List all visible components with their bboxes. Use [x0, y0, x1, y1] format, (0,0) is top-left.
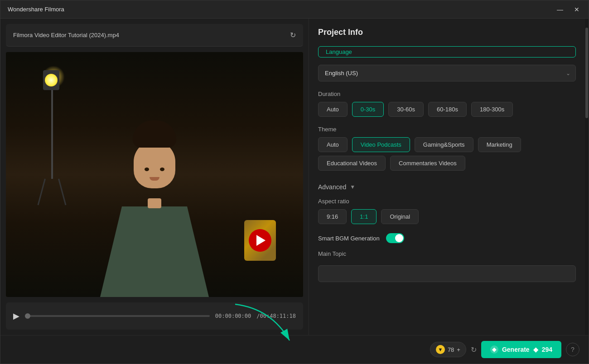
- main-content: Filmora Video Editor Tutorial (2024).mp4…: [0, 19, 589, 335]
- scrollbar-track[interactable]: [585, 19, 589, 335]
- duration-60-180s-button[interactable]: 60-180s: [428, 102, 467, 117]
- duration-btn-group: Auto 0-30s 30-60s 60-180s 180-300s: [318, 102, 576, 117]
- file-name: Filmora Video Editor Tutorial (2024).mp4: [13, 32, 290, 38]
- title-bar: Wondershare Filmora — ✕: [0, 0, 589, 19]
- generate-icon: ◆: [490, 345, 498, 354]
- help-icon: ?: [571, 346, 575, 353]
- smart-bgm-toggle[interactable]: [386, 233, 404, 243]
- theme-video-podcasts-button[interactable]: Video Podcasts: [352, 137, 410, 152]
- file-bar: Filmora Video Editor Tutorial (2024).mp4…: [6, 24, 303, 47]
- generate-label: Generate: [502, 346, 530, 353]
- duration-label: Duration: [318, 91, 576, 97]
- theme-btn-group-row2: Educational Videos Commentaries Videos: [318, 156, 576, 171]
- scrollbar-thumb[interactable]: [585, 28, 588, 118]
- theme-label: Theme: [318, 126, 576, 133]
- main-topic-section: Main Topic: [318, 250, 576, 282]
- duration-section: Duration Auto 0-30s 30-60s 60-180s 180-3…: [318, 91, 576, 117]
- duration-auto-button[interactable]: Auto: [318, 102, 348, 117]
- right-panel: Project Info Language English (US) Spani…: [309, 19, 585, 335]
- progress-bar[interactable]: [25, 315, 210, 317]
- generate-credits: 294: [542, 346, 552, 353]
- theme-auto-button[interactable]: Auto: [318, 137, 348, 152]
- credits-badge[interactable]: ▼ 78 +: [430, 342, 466, 357]
- language-select[interactable]: English (US) Spanish French German Chine…: [318, 65, 576, 81]
- aspect-ratio-label: Aspect ratio: [318, 198, 576, 205]
- main-topic-label: Main Topic: [318, 250, 576, 257]
- video-area: [6, 52, 303, 297]
- credits-icon: ▼: [436, 345, 445, 354]
- theme-marketing-button[interactable]: Marketing: [478, 137, 521, 152]
- smart-bgm-row: Smart BGM Generation: [318, 233, 576, 243]
- generate-diamond-icon: ◆: [533, 346, 538, 353]
- app-window: Wondershare Filmora — ✕ Filmora Video Ed…: [0, 0, 589, 364]
- main-topic-input[interactable]: [318, 265, 576, 282]
- theme-gaming-sports-button[interactable]: Gaming&Sports: [415, 137, 473, 152]
- smart-bgm-label: Smart BGM Generation: [318, 235, 380, 242]
- aspect-1-1-button[interactable]: 1:1: [351, 209, 377, 224]
- close-button[interactable]: ✕: [572, 5, 581, 14]
- credits-count: 78: [448, 346, 454, 353]
- aspect-ratio-section: Aspect ratio 9:16 1:1 Original: [318, 198, 576, 224]
- help-button[interactable]: ?: [566, 343, 579, 356]
- aspect-original-button[interactable]: Original: [381, 209, 419, 224]
- project-info-title: Project Info: [318, 28, 576, 37]
- bottom-bar: ▼ 78 + ↻ ◆ Generate ◆ 294 ?: [0, 335, 589, 364]
- generate-button[interactable]: ◆ Generate ◆ 294: [481, 341, 561, 358]
- time-total: /00:48:11:18: [256, 313, 296, 319]
- theme-commentaries-button[interactable]: Commentaries Videos: [390, 156, 465, 171]
- duration-0-30s-button[interactable]: 0-30s: [352, 102, 384, 117]
- play-button[interactable]: ▶: [13, 311, 19, 321]
- advanced-label: Advanced: [318, 183, 346, 191]
- language-select-wrapper: English (US) Spanish French German Chine…: [318, 65, 576, 81]
- progress-indicator: [25, 313, 30, 319]
- aspect-ratio-btn-group: 9:16 1:1 Original: [318, 209, 576, 224]
- playback-bar: ▶ 00:00:00:00 /00:48:11:18: [6, 302, 303, 330]
- advanced-row[interactable]: Advanced ▼: [318, 183, 576, 191]
- toggle-knob: [395, 234, 403, 242]
- credits-plus: +: [457, 346, 460, 353]
- duration-180-300s-button[interactable]: 180-300s: [471, 102, 513, 117]
- title-bar-controls: — ✕: [555, 5, 581, 14]
- theme-educational-button[interactable]: Educational Videos: [318, 156, 386, 171]
- advanced-arrow-icon: ▼: [350, 184, 355, 190]
- left-panel: Filmora Video Editor Tutorial (2024).mp4…: [0, 19, 309, 335]
- theme-btn-group: Auto Video Podcasts Gaming&Sports Market…: [318, 137, 576, 152]
- app-title: Wondershare Filmora: [8, 6, 64, 13]
- duration-30-60s-button[interactable]: 30-60s: [388, 102, 424, 117]
- theme-section: Theme Auto Video Podcasts Gaming&Sports …: [318, 126, 576, 171]
- language-tab[interactable]: Language: [318, 46, 576, 57]
- aspect-9-16-button[interactable]: 9:16: [318, 209, 347, 224]
- refresh-button[interactable]: ↻: [290, 31, 296, 39]
- time-current: 00:00:00:00: [215, 313, 251, 319]
- minimize-button[interactable]: —: [555, 5, 565, 14]
- video-thumbnail: [6, 52, 303, 297]
- refresh-credits-button[interactable]: ↻: [471, 345, 477, 354]
